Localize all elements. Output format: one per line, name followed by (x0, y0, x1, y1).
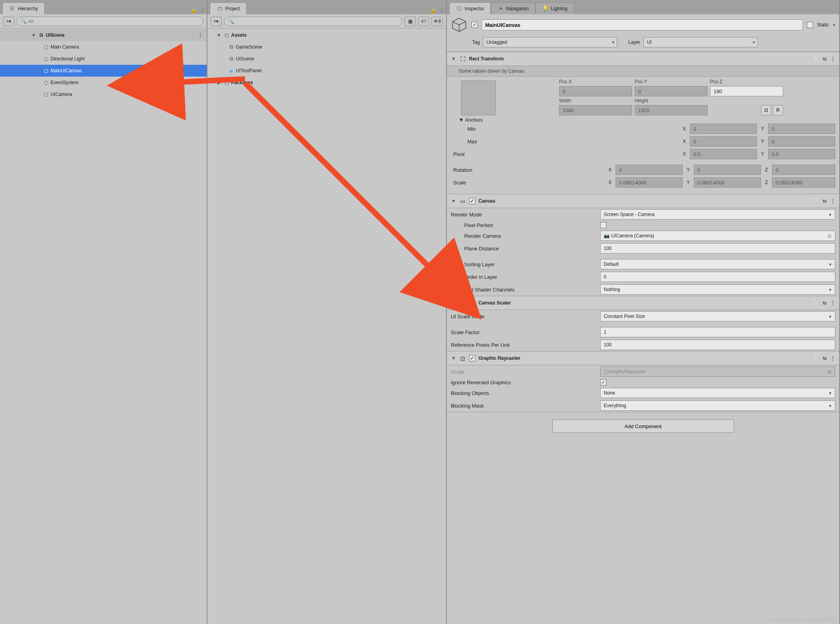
canvas-enabled-checkbox[interactable] (469, 198, 475, 204)
item-label: GameScene (236, 44, 262, 50)
kebab-icon[interactable] (437, 6, 446, 14)
scale-z[interactable]: 0.06014066 (772, 177, 835, 188)
scaler-enabled-checkbox[interactable] (469, 300, 475, 306)
kebab-icon[interactable] (831, 300, 835, 306)
layer-dropdown[interactable]: UI (643, 37, 758, 47)
anchors-foldout[interactable]: ▼ Anchors (451, 115, 835, 124)
filter-type-button[interactable]: ▦ (405, 17, 416, 26)
foldout-icon[interactable]: ▼ (451, 355, 456, 361)
hierarchy-search-input[interactable] (28, 19, 200, 24)
tag-dropdown[interactable]: Untagged (483, 37, 617, 47)
folder-icon: 🗀 (223, 79, 230, 86)
foldout-icon[interactable]: ▶ (216, 80, 222, 85)
preset-icon[interactable]: ⇆ (823, 355, 827, 361)
hierarchy-item-camera[interactable]: ⬡ Main Camera (0, 41, 207, 53)
ref-pixels-field[interactable]: 100 (600, 340, 835, 350)
enabled-checkbox[interactable] (471, 22, 478, 28)
raw-edit-button[interactable]: R (773, 105, 783, 115)
plane-distance-field[interactable]: 100 (600, 243, 835, 254)
anchor-max-x[interactable]: 0 (690, 136, 757, 147)
inspector-tab[interactable]: ⓘ Inspector (449, 2, 491, 14)
height-field[interactable]: 1920 (635, 105, 708, 115)
scene-row[interactable]: ▼ ⧉ UIScene (0, 29, 207, 41)
scale-y[interactable]: 0.06014066 (694, 177, 761, 188)
lock-icon[interactable]: 🔒 (429, 6, 437, 14)
sorting-layer-dropdown[interactable]: Default (600, 259, 835, 269)
raycaster-enabled-checkbox[interactable] (469, 355, 475, 361)
hierarchy-tab[interactable]: ☰ Hierarchy (2, 2, 45, 14)
pixel-perfect-checkbox[interactable] (600, 222, 606, 228)
kebab-icon[interactable] (831, 355, 835, 361)
packages-folder[interactable]: ▶ 🗀 Packages (207, 77, 446, 88)
help-icon[interactable]: ❔ (813, 56, 819, 62)
rot-y[interactable]: 0 (694, 165, 761, 175)
scale-mode-dropdown[interactable]: Constant Pixel Size (600, 311, 835, 321)
kebab-icon[interactable] (831, 198, 835, 204)
foldout-icon[interactable]: ▼ (451, 56, 456, 62)
hierarchy-search[interactable]: 🔍 (17, 17, 203, 26)
hierarchy-item-eventsystem[interactable]: ⬡ EventSystem (0, 77, 207, 88)
foldout-icon[interactable]: ▼ (216, 32, 222, 38)
canvas-scaler-header[interactable]: ▼ ▦ Canvas Scaler ❔⇆ (447, 296, 839, 310)
canvas-header[interactable]: ▼ ▭ Canvas ❔⇆ (447, 194, 839, 208)
project-item-uitestpanel[interactable]: ◈ UITestPanel (207, 65, 446, 77)
blocking-objects-dropdown[interactable]: None (600, 388, 835, 398)
posx-field[interactable]: 0 (559, 86, 632, 96)
create-button[interactable]: +▾ (211, 17, 222, 26)
help-icon[interactable]: ❔ (813, 355, 819, 361)
anchor-max-y[interactable]: 0 (768, 136, 835, 147)
hierarchy-item-mainuicanvas[interactable]: ⬡ MainUICanvas (0, 65, 207, 77)
project-item-uiscene[interactable]: ⧉ UIScene (207, 53, 446, 65)
gameobject-cube-icon[interactable] (451, 17, 467, 33)
gameobject-name-input[interactable] (482, 19, 803, 30)
gameobject-icon: ⬡ (43, 44, 49, 50)
preset-icon[interactable]: ⇆ (823, 300, 827, 306)
visibility-button[interactable]: 👁8 (431, 17, 443, 26)
anchor-min-y[interactable]: 0 (768, 124, 835, 134)
project-search-input[interactable] (235, 19, 399, 24)
rot-z[interactable]: 0 (772, 165, 835, 175)
rot-x[interactable]: 0 (616, 165, 683, 175)
rect-transform-header[interactable]: ▼ ⛶ Rect Transform ❔ ⇆ (447, 52, 839, 66)
project-item-gamescene[interactable]: ⧉ GameScene (207, 41, 446, 53)
graphic-raycaster-header[interactable]: ▼ ◫ Graphic Raycaster ❔⇆ (447, 351, 839, 365)
help-icon[interactable]: ❔ (813, 198, 819, 204)
hierarchy-item-light[interactable]: ⬡ Directional Light (0, 53, 207, 65)
foldout-icon[interactable]: ▼ (31, 32, 36, 38)
help-icon[interactable]: ❔ (813, 300, 819, 306)
render-camera-field[interactable]: 📷UICamera (Camera) (600, 231, 835, 241)
width-field[interactable]: 1080 (559, 105, 632, 115)
project-tab[interactable]: 🗀 Project (210, 2, 247, 14)
filter-label-button[interactable]: 🏷 (418, 17, 429, 26)
shader-channels-dropdown[interactable]: Nothing (600, 284, 835, 295)
preset-icon[interactable]: ⇆ (823, 198, 827, 204)
lock-icon[interactable]: 🔒 (189, 6, 198, 14)
scale-factor-field[interactable]: 1 (600, 327, 835, 337)
posy-field[interactable]: 0 (635, 86, 708, 96)
preset-icon[interactable]: ⇆ (823, 56, 827, 62)
blocking-mask-dropdown[interactable]: Everything (600, 400, 835, 411)
render-mode-dropdown[interactable]: Screen Space - Camera (600, 209, 835, 220)
static-checkbox[interactable] (807, 22, 813, 28)
hierarchy-item-uicamera[interactable]: ⬡ UICamera (0, 88, 207, 100)
posz-field[interactable]: 190 (710, 86, 783, 96)
create-button[interactable]: +▾ (3, 17, 14, 26)
foldout-icon[interactable]: ▼ (451, 300, 456, 306)
lighting-tab[interactable]: 💡 Lighting (535, 2, 574, 14)
kebab-icon[interactable] (198, 32, 203, 38)
project-search[interactable]: 🔍 (224, 17, 402, 26)
foldout-icon[interactable]: ▼ (451, 198, 456, 204)
pivot-y[interactable]: 0.5 (768, 149, 835, 159)
ignore-reversed-checkbox[interactable] (600, 379, 606, 385)
kebab-icon[interactable] (198, 6, 207, 14)
add-component-button[interactable]: Add Component (552, 419, 734, 433)
pivot-x[interactable]: 0.5 (690, 149, 757, 159)
blueprint-button[interactable]: ⊡ (761, 105, 771, 115)
anchor-min-x[interactable]: 0 (690, 124, 757, 134)
assets-folder[interactable]: ▼ 🗀 Assets (207, 29, 446, 41)
scale-x[interactable]: 0.06014066 (616, 177, 683, 188)
navigation-tab[interactable]: ✦ Navigation (491, 2, 535, 14)
anchor-presets-button[interactable] (461, 81, 496, 115)
kebab-icon[interactable] (831, 56, 835, 62)
order-in-layer-field[interactable]: 0 (600, 272, 835, 282)
